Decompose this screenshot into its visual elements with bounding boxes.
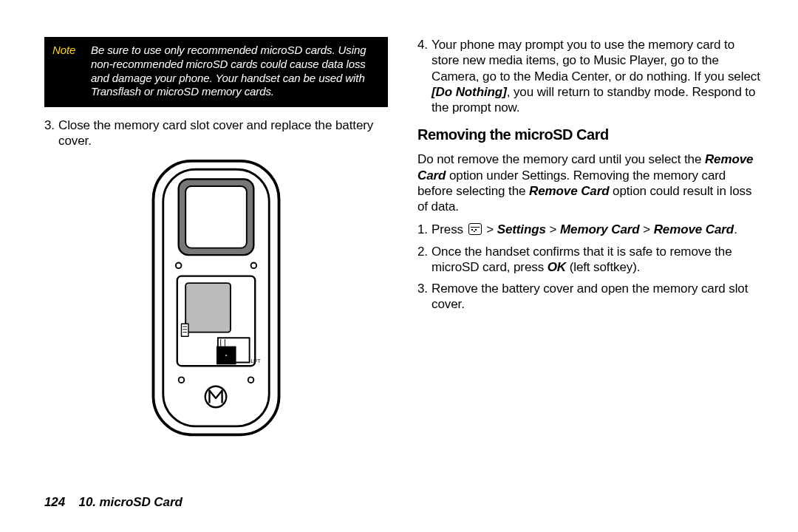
page-number: 124 xyxy=(44,495,65,509)
remove-step-3-text: Remove the battery cover and open the me… xyxy=(432,281,761,313)
remove-step-1: 1. Press > Settings > Memory Card > Remo… xyxy=(417,222,761,237)
step-4-row: 4. Your phone may prompt you to use the … xyxy=(417,37,761,115)
svg-rect-3 xyxy=(185,186,247,248)
svg-point-19 xyxy=(248,377,254,383)
manual-page: Note Be sure to use only recommended mic… xyxy=(0,0,798,532)
phone-back-svg: LIFT xyxy=(144,158,288,439)
note-label: Note xyxy=(45,38,91,106)
page-footer: 124 10. microSD Card xyxy=(44,494,183,510)
step-4-number: 4. xyxy=(417,37,432,115)
svg-rect-7 xyxy=(185,283,231,332)
remove-step-2-text: Once the handset confirms that it is saf… xyxy=(432,244,761,276)
step-3-text: Close the memory card slot cover and rep… xyxy=(58,117,388,149)
svg-rect-14 xyxy=(181,324,188,336)
svg-point-18 xyxy=(179,377,185,383)
svg-point-20 xyxy=(205,386,227,407)
note-text: Be sure to use only recommended microSD … xyxy=(91,38,387,106)
left-column: Note Be sure to use only recommended mic… xyxy=(44,37,388,502)
remove-step-2-number: 2. xyxy=(417,244,432,276)
menu-key-icon xyxy=(468,223,482,235)
lift-label: LIFT xyxy=(251,358,261,364)
removing-paragraph: Do not remove the memory card until you … xyxy=(417,151,761,214)
phone-illustration: LIFT xyxy=(44,158,388,439)
step-3-number: 3. xyxy=(44,117,58,149)
remove-step-2: 2. Once the handset confirms that it is … xyxy=(417,244,761,276)
section-title: 10. microSD Card xyxy=(79,495,183,509)
step-4-text: Your phone may prompt you to use the mem… xyxy=(432,37,761,115)
right-column: 4. Your phone may prompt you to use the … xyxy=(417,37,761,502)
step-3-row: 3. Close the memory card slot cover and … xyxy=(44,117,388,149)
remove-step-3-number: 3. xyxy=(417,281,432,313)
remove-step-3: 3. Remove the battery cover and open the… xyxy=(417,281,761,313)
note-box: Note Be sure to use only recommended mic… xyxy=(44,37,388,107)
removing-heading: Removing the microSD Card xyxy=(417,126,761,144)
remove-step-1-number: 1. xyxy=(417,222,432,237)
svg-point-5 xyxy=(251,262,257,268)
remove-step-1-text: Press > Settings > Memory Card > Remove … xyxy=(432,222,761,237)
svg-rect-13 xyxy=(219,354,225,357)
svg-point-4 xyxy=(176,262,182,268)
